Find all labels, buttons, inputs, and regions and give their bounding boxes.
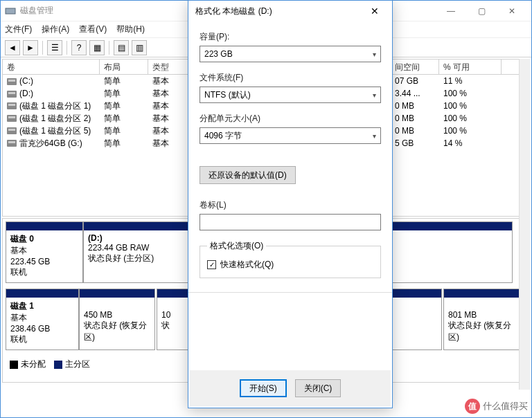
filesystem-select[interactable]: NTFS (默认) ▾ (200, 87, 381, 103)
menu-action[interactable]: 操作(A) (42, 24, 69, 35)
cancel-button[interactable]: 关闭(C) (295, 379, 342, 397)
toolbar-btn-6[interactable]: ▤ (114, 40, 129, 55)
close-button[interactable]: ✕ (497, 1, 527, 21)
volume-label-label: 卷标(L) (200, 199, 381, 211)
allocation-label: 分配单元大小(A) (200, 113, 381, 125)
format-options-legend: 格式化选项(O) (207, 240, 266, 252)
legend-unallocated: 未分配 (21, 358, 46, 370)
watermark-text: 什么值得买 (483, 400, 528, 412)
app-icon (5, 6, 16, 17)
col-free[interactable]: 间空间 (391, 60, 439, 74)
capacity-select[interactable]: 223 GB ▾ (200, 46, 381, 62)
menu-help[interactable]: 帮助(H) (116, 24, 145, 35)
disk-partition[interactable]: 801 MB状态良好 (恢复分区) (443, 289, 526, 350)
capacity-value: 223 GB (204, 49, 233, 59)
col-pct[interactable]: % 可用 (439, 60, 502, 74)
col-layout[interactable]: 布局 (100, 60, 148, 74)
quick-format-label: 快速格式化(Q) (220, 259, 274, 271)
legend-primary: 主分区 (65, 358, 90, 370)
dialog-close-button[interactable]: ✕ (364, 6, 385, 17)
disk-icon (7, 78, 17, 85)
watermark-icon: 值 (465, 399, 480, 414)
toolbar-btn-3[interactable]: ☰ (47, 40, 62, 55)
dialog-title: 格式化 本地磁盘 (D:) (195, 6, 364, 17)
dialog-footer: 开始(S) 关闭(C) (190, 370, 391, 406)
toolbar-separator (42, 41, 43, 55)
allocation-value: 4096 字节 (204, 130, 242, 142)
toolbar-forward-button[interactable]: ► (23, 40, 38, 55)
filesystem-value: NTFS (默认) (204, 89, 251, 101)
toolbar-back-button[interactable]: ◄ (5, 40, 20, 55)
toolbar-separator (109, 41, 109, 55)
disk-icon (7, 102, 17, 109)
minimize-button[interactable]: — (436, 1, 466, 21)
allocation-select[interactable]: 4096 字节 ▾ (200, 127, 381, 144)
format-options-fieldset: 格式化选项(O) ✓ 快速格式化(Q) (200, 240, 381, 278)
checkbox-checked-icon: ✓ (207, 260, 216, 269)
svg-rect-0 (6, 8, 15, 14)
col-volume[interactable]: 卷 (3, 60, 100, 74)
toolbar-separator (66, 41, 67, 55)
legend-swatch-unallocated (10, 361, 18, 369)
toolbar-btn-4[interactable]: ? (71, 40, 87, 55)
disk-icon (7, 140, 17, 147)
disk-icon (7, 127, 17, 134)
toolbar-btn-5[interactable]: ▦ (89, 40, 105, 55)
disk-icon (7, 115, 17, 122)
scrollbar[interactable] (519, 59, 530, 390)
quick-format-checkbox[interactable]: ✓ 快速格式化(Q) (207, 259, 373, 271)
col-type[interactable]: 类型 (148, 60, 190, 74)
menu-view[interactable]: 查看(V) (79, 24, 107, 35)
format-dialog: 格式化 本地磁盘 (D:) ✕ 容量(P): 223 GB ▾ 文件系统(F) … (188, 0, 393, 408)
dialog-titlebar[interactable]: 格式化 本地磁盘 (D:) ✕ (188, 1, 392, 21)
maximize-button[interactable]: ▢ (466, 1, 497, 21)
chevron-down-icon: ▾ (373, 91, 376, 99)
disk-label[interactable]: 磁盘 1基本238.46 GB联机 (6, 289, 79, 350)
disk-partition[interactable]: 450 MB状态良好 (恢复分区) (79, 289, 155, 350)
disk-label[interactable]: 磁盘 0基本223.45 GB联机 (6, 221, 83, 283)
menu-file[interactable]: 文件(F) (5, 24, 32, 35)
legend-swatch-primary (54, 361, 62, 369)
dialog-separator (188, 292, 392, 293)
toolbar-btn-7[interactable]: ▥ (132, 40, 147, 55)
restore-defaults-button[interactable]: 还原设备的默认值(D) (200, 166, 296, 184)
start-button[interactable]: 开始(S) (240, 379, 287, 397)
watermark: 值 什么值得买 (465, 399, 528, 414)
disk-icon (7, 91, 17, 98)
chevron-down-icon: ▾ (373, 132, 376, 140)
volume-label-input[interactable] (200, 214, 381, 230)
capacity-label: 容量(P): (200, 31, 381, 43)
chevron-down-icon: ▾ (373, 51, 376, 58)
filesystem-label: 文件系统(F) (200, 72, 381, 84)
